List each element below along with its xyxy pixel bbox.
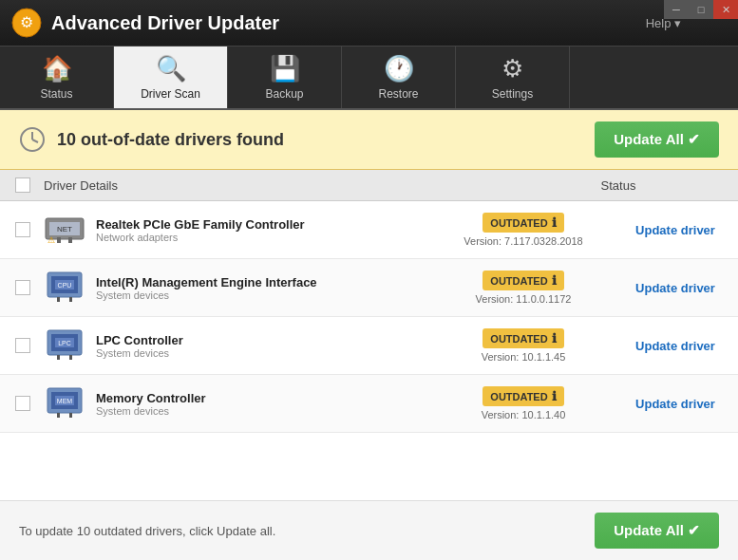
- svg-text:NET: NET: [57, 225, 72, 233]
- main-content: 10 out-of-date drivers found Update All …: [0, 110, 738, 560]
- header-driver-col: Driver Details: [44, 178, 514, 193]
- info-icon: ℹ: [552, 273, 557, 288]
- driver-name: Intel(R) Management Engine Interface: [96, 275, 419, 289]
- backup-icon: 💾: [270, 54, 300, 84]
- table-row: CPU Intel(R) Management Engine Interface…: [0, 259, 738, 317]
- outdated-badge: OUTDATED ℹ: [483, 386, 563, 406]
- outdated-badge: OUTDATED ℹ: [483, 271, 563, 290]
- update-all-button-bottom[interactable]: Update All ✔: [595, 513, 719, 549]
- svg-rect-8: [68, 237, 72, 243]
- driver-scan-icon: 🔍: [156, 54, 186, 84]
- driver-status-col: OUTDATED ℹ Version: 10.1.1.45: [419, 328, 628, 363]
- svg-text:CPU: CPU: [58, 282, 72, 289]
- driver-checkbox[interactable]: [15, 280, 30, 295]
- app-logo: ⚙: [11, 8, 42, 38]
- row-check-col: [15, 338, 44, 353]
- update-driver-link[interactable]: Update driver: [635, 339, 715, 353]
- tab-settings[interactable]: ⚙ Settings: [456, 47, 570, 108]
- maximize-button[interactable]: □: [689, 0, 713, 19]
- info-icon: ℹ: [552, 389, 557, 403]
- alert-text-area: 10 out-of-date drivers found: [19, 126, 284, 153]
- driver-list: NET ⚠ Realtek PCIe GbE Family Controller…: [0, 201, 738, 500]
- row-check-col: [15, 222, 44, 237]
- svg-text:⚙: ⚙: [20, 14, 33, 30]
- update-all-button-top[interactable]: Update All ✔: [595, 121, 719, 158]
- alert-message: 10 out-of-date drivers found: [57, 130, 284, 150]
- nav-tabs: 🏠 Status 🔍 Driver Scan 💾 Backup 🕐 Restor…: [0, 47, 738, 110]
- tab-status-label: Status: [40, 87, 72, 101]
- version-text: Version: 11.0.0.1172: [476, 293, 572, 305]
- header-status-col: Status: [514, 178, 723, 193]
- svg-line-4: [32, 140, 38, 142]
- driver-icon-col: LPC: [44, 327, 96, 364]
- driver-name: LPC Controller: [96, 333, 419, 347]
- restore-icon: 🕐: [384, 54, 414, 84]
- driver-checkbox[interactable]: [15, 338, 30, 353]
- alert-banner: 10 out-of-date drivers found Update All …: [0, 110, 738, 170]
- driver-info-col: Intel(R) Management Engine Interface Sys…: [96, 275, 419, 301]
- close-button[interactable]: ✕: [713, 0, 738, 19]
- info-icon: ℹ: [552, 331, 557, 345]
- table-row: LPC LPC Controller System devices OUTDAT…: [0, 317, 738, 375]
- table-row: MEM Memory Controller System devices OUT…: [0, 375, 738, 433]
- tab-restore[interactable]: 🕐 Restore: [342, 47, 456, 108]
- driver-info-col: Realtek PCIe GbE Family Controller Netwo…: [96, 217, 419, 243]
- footer-text: To update 10 outdated drivers, click Upd…: [19, 524, 275, 538]
- driver-checkbox[interactable]: [15, 222, 30, 237]
- tab-driver-scan[interactable]: 🔍 Driver Scan: [114, 47, 228, 108]
- info-icon: ℹ: [552, 215, 557, 230]
- update-driver-link[interactable]: Update driver: [635, 223, 715, 237]
- driver-status-col: OUTDATED ℹ Version: 10.1.1.40: [419, 386, 628, 420]
- footer-bar: To update 10 outdated drivers, click Upd…: [0, 500, 738, 560]
- table-header: Driver Details Status: [0, 170, 738, 201]
- tab-settings-label: Settings: [492, 87, 533, 101]
- driver-category: System devices: [96, 289, 419, 301]
- window-controls: ─ □ ✕: [664, 0, 738, 19]
- driver-action-col: Update driver: [628, 221, 723, 238]
- svg-rect-22: [69, 355, 72, 360]
- version-text: Version: 10.1.1.40: [482, 409, 566, 420]
- driver-checkbox[interactable]: [15, 396, 30, 411]
- update-driver-link[interactable]: Update driver: [635, 281, 715, 295]
- outdated-badge: OUTDATED ℹ: [483, 213, 563, 233]
- settings-icon: ⚙: [501, 54, 523, 84]
- driver-name: Realtek PCIe GbE Family Controller: [96, 217, 419, 232]
- svg-rect-16: [69, 297, 72, 302]
- driver-status-col: OUTDATED ℹ Version: 11.0.0.1172: [419, 271, 628, 305]
- update-driver-link[interactable]: Update driver: [635, 397, 715, 411]
- driver-name: Memory Controller: [96, 391, 419, 405]
- driver-category: System devices: [96, 347, 419, 359]
- tab-status[interactable]: 🏠 Status: [0, 47, 114, 108]
- driver-category: System devices: [96, 405, 419, 417]
- driver-category: Network adapters: [96, 232, 419, 243]
- tab-backup-label: Backup: [265, 87, 303, 101]
- select-all-checkbox[interactable]: [15, 177, 30, 193]
- driver-action-col: Update driver: [628, 279, 723, 296]
- driver-icon-col: NET ⚠: [44, 211, 96, 249]
- tab-restore-label: Restore: [378, 87, 418, 101]
- app-title: Advanced Driver Updater: [51, 12, 279, 34]
- minimize-button[interactable]: ─: [664, 0, 689, 19]
- row-check-col: [15, 280, 44, 295]
- tab-backup[interactable]: 💾 Backup: [228, 47, 342, 108]
- driver-info-col: LPC Controller System devices: [96, 333, 419, 359]
- table-row: NET ⚠ Realtek PCIe GbE Family Controller…: [0, 201, 738, 259]
- outdated-badge: OUTDATED ℹ: [483, 328, 563, 348]
- status-icon: 🏠: [42, 54, 72, 84]
- driver-info-col: Memory Controller System devices: [96, 391, 419, 417]
- title-bar: ⚙ Advanced Driver Updater Help ▾ ─ □ ✕: [0, 0, 738, 47]
- network-adapter-icon: NET ⚠: [44, 211, 85, 245]
- svg-rect-15: [57, 297, 60, 302]
- svg-rect-28: [69, 413, 72, 418]
- system-device-icon-2: LPC: [44, 327, 85, 361]
- svg-rect-7: [57, 237, 61, 243]
- memory-icon: MEM: [44, 384, 85, 419]
- tab-driver-scan-label: Driver Scan: [141, 87, 200, 101]
- driver-action-col: Update driver: [628, 337, 723, 354]
- svg-text:MEM: MEM: [57, 398, 73, 404]
- version-text: Version: 10.1.1.45: [482, 351, 566, 363]
- driver-icon-col: CPU: [44, 269, 96, 307]
- version-text: Version: 7.117.0328.2018: [464, 235, 582, 247]
- driver-icon-col: MEM: [44, 384, 96, 422]
- driver-action-col: Update driver: [628, 395, 723, 412]
